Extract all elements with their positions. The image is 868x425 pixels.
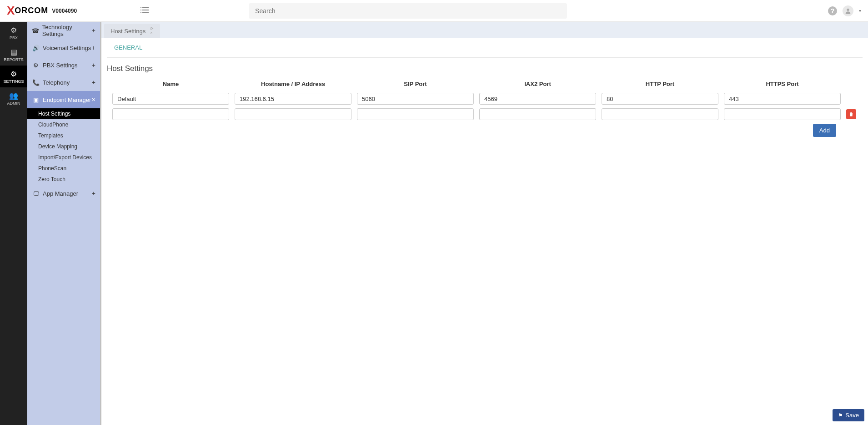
sidebar-item-app-manager[interactable]: 🖵 App Manager + [27,185,100,202]
search-input[interactable] [249,3,567,19]
tab-label: Host Settings [110,28,146,35]
nav-admin-label: ADMIN [7,101,20,106]
brand-logo: X ORCOM [7,4,48,18]
https-input[interactable] [724,93,841,105]
page-title: Host Settings [101,58,868,77]
sub-host-settings[interactable]: Host Settings [27,108,100,119]
logo-mark: X [7,4,15,18]
monitor-icon: 🖵 [32,190,40,197]
save-label: Save [845,412,859,419]
sidebar-item-technology[interactable]: ☎ Technology Settings + [27,22,100,39]
col-name: Name [112,81,229,89]
sidebar-label-pbx: PBX Settings [43,62,78,69]
iax2-input[interactable] [479,108,596,120]
sidebar-label-appmgr: App Manager [43,190,78,197]
sub-import-export[interactable]: Import/Export Devices [27,152,100,163]
hostname-input[interactable] [235,108,351,120]
tab-close-icon[interactable]: × [150,31,154,35]
svg-rect-4 [140,12,141,13]
sub-zero-touch[interactable]: Zero Touch [27,174,100,185]
sub-label: Device Mapping [38,143,77,150]
col-http: HTTP Port [602,81,718,89]
sip-input[interactable] [357,93,474,105]
sub-label: Import/Export Devices [38,154,92,161]
nav-settings[interactable]: ⚙ SETTINGS [0,66,27,87]
sub-label: Host Settings [38,111,70,117]
name-input[interactable] [112,93,229,105]
gears-icon: ⚙ [10,70,17,78]
version-label: V0004090 [52,8,77,14]
document-icon: ▤ [10,48,17,56]
list-icon[interactable] [140,7,149,15]
hostname-input[interactable] [235,93,351,105]
trash-icon [848,111,854,117]
svg-rect-0 [140,7,141,8]
col-sip: SIP Port [357,81,474,89]
col-hostname: Hostname / IP Address [235,81,351,89]
svg-rect-3 [142,10,149,10]
nav-pbx-label: PBX [10,35,18,40]
sidebar-item-telephony[interactable]: 📞 Telephony + [27,74,100,91]
https-input[interactable] [724,108,841,120]
svg-rect-1 [142,7,149,8]
sub-label: Zero Touch [38,176,65,182]
col-https: HTTPS Port [724,81,841,89]
expand-icon[interactable]: + [92,44,95,51]
sip-input[interactable] [357,108,474,120]
col-iax2: IAX2 Port [479,81,596,89]
sidebar-item-pbx-settings[interactable]: ⚙ PBX Settings + [27,56,100,74]
sidebar-item-endpoint-manager[interactable]: ▣ Endpoint Manager × [27,91,100,108]
sidebar-label-voicemail: Voicemail Settings [43,45,91,51]
expand-icon[interactable]: + [92,190,95,197]
volume-icon: 🔊 [32,45,40,51]
sub-label: Templates [38,132,63,139]
sidebar-submenu: Host Settings CloudPhone Templates Devic… [27,108,100,185]
save-button[interactable]: ⚑ Save [833,409,864,421]
handset-icon: 📞 [32,79,40,86]
sub-templates[interactable]: Templates [27,130,100,141]
sub-device-mapping[interactable]: Device Mapping [27,141,100,152]
delete-row-button[interactable] [846,109,856,119]
nav-settings-label: SETTINGS [3,79,24,84]
phone-classic-icon: ☎ [32,27,40,34]
sidebar: ☎ Technology Settings + 🔊 Voicemail Sett… [27,22,100,425]
help-icon[interactable]: ? [828,6,837,15]
users-icon: 👥 [9,91,18,100]
table-row [112,93,857,105]
nav-reports-label: REPORTS [4,57,23,62]
svg-rect-2 [140,10,141,10]
svg-rect-5 [142,12,149,13]
host-table: Name Hostname / IP Address SIP Port IAX2… [107,77,863,124]
collapse-icon[interactable]: × [92,96,95,103]
sidebar-item-voicemail[interactable]: 🔊 Voicemail Settings + [27,39,100,56]
iax2-input[interactable] [479,93,596,105]
brand-name: ORCOM [15,6,48,15]
sidebar-label-technology: Technology Settings [42,24,92,37]
http-input[interactable] [602,108,718,120]
user-menu-caret[interactable]: ▾ [859,8,861,13]
name-input[interactable] [112,108,229,120]
sub-phonescan[interactable]: PhoneScan [27,163,100,174]
sub-cloudphone[interactable]: CloudPhone [27,119,100,130]
phone-square-icon: ▣ [32,96,40,103]
tab-bar: Host Settings ⟳ × [101,22,868,38]
nav-rail: ⚙ PBX ▤ REPORTS ⚙ SETTINGS 👥 ADMIN [0,22,27,425]
user-avatar[interactable] [843,5,853,16]
nav-admin[interactable]: 👥 ADMIN [0,87,27,109]
http-input[interactable] [602,93,718,105]
nav-reports[interactable]: ▤ REPORTS [0,44,27,66]
sub-label: PhoneScan [38,165,66,172]
sub-label: CloudPhone [38,121,68,128]
svg-point-6 [847,8,849,10]
expand-icon[interactable]: + [92,79,95,86]
subtab-general[interactable]: GENERAL [114,39,142,57]
sidebar-label-endpoint: Endpoint Manager [43,96,91,103]
sidebar-label-telephony: Telephony [43,79,70,86]
nav-pbx[interactable]: ⚙ PBX [0,22,27,44]
add-button[interactable]: Add [813,124,836,137]
gear-icon: ⚙ [10,26,17,35]
table-row [112,108,857,120]
expand-icon[interactable]: + [92,61,95,69]
tab-host-settings[interactable]: Host Settings ⟳ × [104,24,160,38]
expand-icon[interactable]: + [92,27,95,34]
